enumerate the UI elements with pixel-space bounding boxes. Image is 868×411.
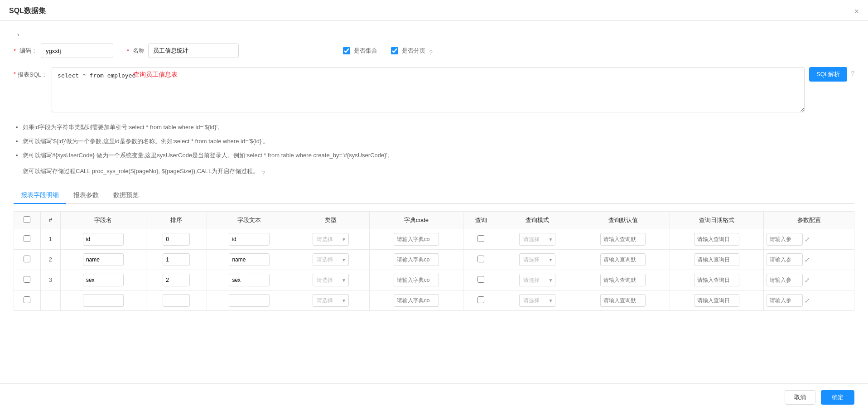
dialog-title: SQL数据集: [9, 6, 46, 16]
date-format-input-3[interactable]: [694, 274, 739, 286]
order-input-2[interactable]: [163, 253, 190, 266]
query-mode-select-1[interactable]: 请选择: [519, 233, 555, 246]
param-input-2[interactable]: [767, 253, 803, 266]
query-checkbox-3[interactable]: [477, 276, 484, 283]
sql-help-icon[interactable]: ?: [851, 70, 854, 77]
cancel-button[interactable]: 取消: [785, 390, 815, 405]
row-checkbox-4[interactable]: [24, 296, 30, 303]
tab-params[interactable]: 报表参数: [66, 188, 106, 204]
query-mode-select-3[interactable]: 请选择: [519, 274, 555, 286]
field-name-input-2[interactable]: [83, 253, 124, 266]
col-num: #: [40, 211, 60, 229]
col-dict-code: 字典code: [369, 211, 463, 229]
default-val-input-3[interactable]: [600, 274, 646, 286]
dict-input-1[interactable]: [394, 233, 439, 246]
default-val-input-2[interactable]: [600, 253, 646, 266]
close-button[interactable]: ×: [854, 7, 859, 15]
select-all-checkbox[interactable]: [24, 216, 30, 223]
col-default-val: 查询默认值: [576, 211, 670, 229]
field-text-input-1[interactable]: [229, 233, 270, 246]
name-field: * 名称: [127, 44, 239, 58]
order-input-1[interactable]: [163, 233, 190, 246]
field-text-input-4[interactable]: [229, 294, 270, 307]
dialog-header: SQL数据集 ×: [0, 0, 868, 21]
dict-input-4[interactable]: [394, 294, 439, 307]
date-format-input-2[interactable]: [694, 253, 739, 266]
aggregate-checkbox[interactable]: [343, 47, 350, 54]
sql-textarea[interactable]: select * from employee: [52, 67, 805, 112]
table-row: 2 请选择 ▼ 请选择 ▼: [14, 249, 854, 270]
confirm-button[interactable]: 确定: [821, 390, 854, 405]
query-mode-select-2[interactable]: 请选择: [519, 253, 555, 266]
type-select-wrap-4: 请选择 ▼: [313, 294, 349, 307]
type-select-wrap-1: 请选择 ▼: [313, 233, 349, 246]
date-format-input-1[interactable]: [694, 233, 739, 246]
code-label: 编码：: [19, 47, 37, 55]
col-checkbox: [14, 211, 41, 229]
paginate-help-icon[interactable]: ?: [429, 49, 433, 56]
query-mode-wrap-1: 请选择 ▼: [519, 233, 555, 246]
collapse-arrow[interactable]: ›: [14, 30, 23, 39]
table-header-row: # 字段名 排序 字段文本 类型 字典code 查询 查询模式 查询默认值 查询…: [14, 211, 854, 229]
required-star-code: *: [14, 48, 16, 54]
dialog-footer: 取消 确定: [0, 383, 868, 411]
param-input-4[interactable]: [767, 294, 803, 307]
sql-parse-button[interactable]: SQL解析: [809, 67, 847, 82]
required-star-name: *: [127, 48, 129, 54]
drag-handle-4[interactable]: ⤢: [805, 297, 810, 304]
tip-1: 如果id字段为字符串类型则需要加单引号:select * from table …: [23, 123, 854, 132]
drag-handle-2[interactable]: ⤢: [805, 256, 810, 263]
row-num-4: [40, 290, 60, 310]
type-select-2[interactable]: 请选择: [313, 253, 349, 266]
paginate-checkbox[interactable]: [391, 47, 398, 54]
code-field: * 编码：: [14, 44, 113, 58]
type-select-4[interactable]: 请选择: [313, 294, 349, 307]
field-text-input-2[interactable]: [229, 253, 270, 266]
paginate-label: 是否分页: [402, 47, 425, 55]
type-select-wrap-2: 请选择 ▼: [313, 253, 349, 266]
field-name-input-3[interactable]: [83, 274, 124, 286]
sql-textarea-wrap: select * from employee 查询员工信息表: [52, 67, 805, 114]
field-text-input-3[interactable]: [229, 274, 270, 286]
default-val-input-1[interactable]: [600, 233, 646, 246]
row-checkbox-1[interactable]: [24, 235, 30, 242]
field-name-input-4[interactable]: [83, 294, 124, 307]
tip-2: 您可以编写'${id}'做为一个参数,这里id是参数的名称。例如:select …: [23, 137, 854, 146]
query-checkbox-4[interactable]: [477, 296, 484, 303]
type-select-3[interactable]: 请选择: [313, 274, 349, 286]
row-checkbox-2[interactable]: [24, 256, 30, 262]
col-field-text: 字段文本: [207, 211, 292, 229]
code-input[interactable]: [41, 44, 113, 58]
tab-preview[interactable]: 数据预览: [106, 188, 146, 204]
param-input-1[interactable]: [767, 233, 803, 246]
sql-actions: SQL解析 ?: [809, 67, 854, 82]
tips-list: 如果id字段为字符串类型则需要加单引号:select * from table …: [14, 123, 854, 179]
query-checkbox-2[interactable]: [477, 256, 484, 262]
date-format-input-4[interactable]: [694, 294, 739, 307]
field-name-input-1[interactable]: [83, 233, 124, 246]
tip-4-help-icon[interactable]: ?: [261, 168, 265, 178]
fields-table: # 字段名 排序 字段文本 类型 字典code 查询 查询模式 查询默认值 查询…: [14, 211, 854, 311]
order-input-3[interactable]: [163, 274, 190, 286]
drag-handle-1[interactable]: ⤢: [805, 236, 810, 243]
row-checkbox-3[interactable]: [24, 276, 30, 283]
aggregate-field: 是否集合: [343, 47, 377, 55]
default-val-input-4[interactable]: [600, 294, 646, 307]
name-label: 名称: [133, 47, 145, 55]
dict-input-2[interactable]: [394, 253, 439, 266]
tab-fields[interactable]: 报表字段明细: [14, 188, 66, 204]
paginate-field: 是否分页 ?: [391, 45, 433, 56]
query-mode-wrap-4: 请选择 ▼: [519, 294, 555, 307]
param-input-3[interactable]: [767, 274, 803, 286]
drag-handle-3[interactable]: ⤢: [805, 276, 810, 284]
query-checkbox-1[interactable]: [477, 235, 484, 242]
sql-row: * 报表SQL： select * from employee 查询员工信息表 …: [14, 67, 854, 114]
tip-3: 您可以编写#{sysUserCode} 做为一个系统变量,这里sysUserCo…: [23, 151, 854, 160]
sql-dataset-dialog: SQL数据集 × › * 编码： * 名称 是否集合: [0, 0, 868, 411]
query-mode-select-4[interactable]: 请选择: [519, 294, 555, 307]
type-select-1[interactable]: 请选择: [313, 233, 349, 246]
order-input-4[interactable]: [163, 294, 190, 307]
name-input[interactable]: [148, 44, 239, 58]
col-param-config: 参数配置: [764, 211, 854, 229]
dict-input-3[interactable]: [394, 274, 439, 286]
